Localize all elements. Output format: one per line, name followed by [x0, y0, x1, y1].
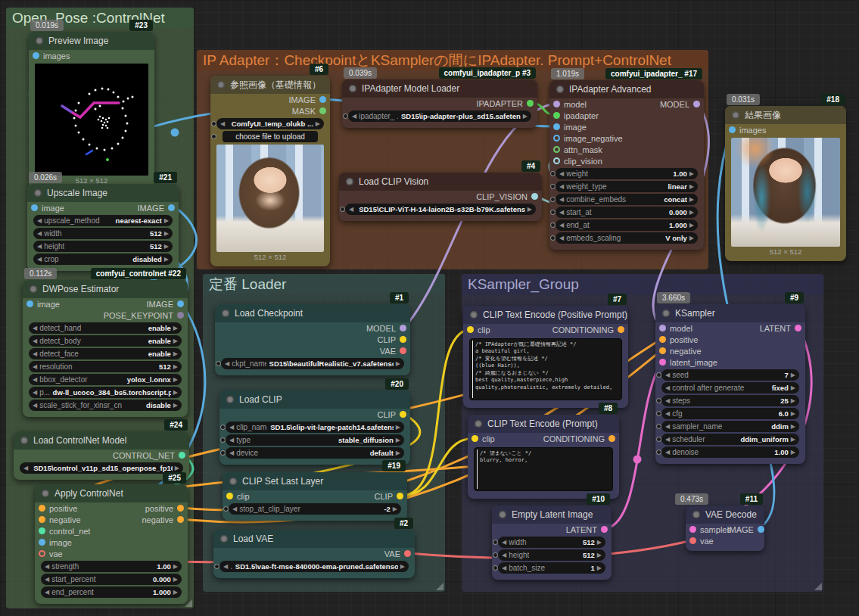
slot-CONDITIONING-output[interactable]: [608, 435, 615, 442]
slot-ipadapter-input[interactable]: [553, 112, 560, 119]
node-titlebar[interactable]: Load Checkpoint: [215, 304, 410, 322]
decrement-arrow-icon[interactable]: [665, 372, 670, 378]
widget-control after generate[interactable]: control after generatefixed: [661, 382, 799, 394]
slot-clip-input[interactable]: [472, 435, 478, 442]
slot-attn_mask-input[interactable]: [553, 146, 560, 153]
node-titlebar[interactable]: CLIP Text Encode (Prompt): [468, 415, 619, 433]
collapse-dot-icon[interactable]: [222, 310, 229, 317]
decrement-arrow-icon[interactable]: [229, 450, 234, 456]
widget-weight_type[interactable]: weight_typelinear: [556, 181, 698, 192]
decrement-arrow-icon[interactable]: [37, 218, 42, 224]
widget-device[interactable]: devicedefault: [226, 447, 404, 459]
slot-IMAGE-output[interactable]: [319, 96, 326, 103]
widget-input-pin[interactable]: [550, 184, 556, 189]
collapse-dot-icon[interactable]: [346, 178, 353, 185]
decrement-arrow-icon[interactable]: [33, 338, 37, 344]
node-empty-latent-image[interactable]: #10 Empty Latent Image LATENT width512he…: [492, 506, 612, 580]
node-titlebar[interactable]: VAE Decode: [686, 506, 764, 524]
slot-IMAGE-output[interactable]: [168, 204, 175, 211]
widget-input-pin[interactable]: [656, 372, 661, 378]
node-upscale-image[interactable]: 0.026s #21 Upscale Image imageIMAGE upsc…: [27, 184, 179, 271]
group-title-ksampler[interactable]: KSampler_Group: [462, 274, 823, 294]
increment-arrow-icon[interactable]: [393, 506, 397, 512]
group-resize-handle[interactable]: [436, 583, 444, 590]
slot-positive-input[interactable]: [39, 505, 45, 512]
slot-positive-input[interactable]: [659, 336, 666, 343]
widget-clip_name[interactable]: clip_nameSD1.5\clip-vit-large-patch14.sa…: [226, 422, 404, 433]
increment-arrow-icon[interactable]: [597, 552, 602, 558]
decrement-arrow-icon[interactable]: [225, 361, 229, 367]
widget-start_at[interactable]: start_at0.000: [556, 207, 698, 218]
slot-VAE-output[interactable]: [404, 550, 411, 557]
decrement-arrow-icon[interactable]: [665, 450, 670, 456]
collapse-dot-icon[interactable]: [34, 189, 42, 197]
node-titlebar[interactable]: Apply ControlNet: [35, 484, 188, 502]
decrement-arrow-icon[interactable]: [502, 552, 506, 558]
node-dwpose-estimator[interactable]: 0.112s comfyui_controlnet #22 DWPose Est…: [23, 280, 188, 417]
group-resize-handle[interactable]: [814, 583, 822, 590]
slot-LATENT-output[interactable]: [795, 325, 801, 331]
node-result-image[interactable]: 0.031s #18 結果画像 images 512 × 512: [725, 106, 846, 261]
node-titlebar[interactable]: Empty Latent Image: [492, 506, 612, 524]
decrement-arrow-icon[interactable]: [37, 244, 42, 250]
node-titlebar[interactable]: Load VAE: [213, 530, 415, 548]
widget-input-pin[interactable]: [550, 171, 556, 176]
increment-arrow-icon[interactable]: [689, 171, 694, 177]
widget-upscale_method[interactable]: upscale_methodnearest-exact: [33, 215, 173, 226]
increment-arrow-icon[interactable]: [791, 372, 795, 378]
decrement-arrow-icon[interactable]: [45, 564, 49, 570]
widget-bbox_detector[interactable]: bbox_detectoryolox_l.onnx: [29, 374, 182, 385]
decrement-arrow-icon[interactable]: [665, 385, 670, 391]
decrement-arrow-icon[interactable]: [23, 465, 28, 471]
node-titlebar[interactable]: IPAdapter Model Loader: [342, 79, 537, 98]
widget-height[interactable]: height512: [33, 241, 173, 252]
node-load-vae[interactable]: #2 Load VAE VAE .SD1.5\vae-ft-mse-840000…: [213, 530, 415, 578]
node-vae-decode[interactable]: 0.473s #11 VAE Decode samplesIMAGEvae: [686, 506, 764, 551]
widget-stop_at_clip_layer[interactable]: stop_at_clip_layer-2: [229, 503, 401, 515]
slot-image-input[interactable]: [31, 204, 38, 211]
slot-CLIP-output[interactable]: [400, 411, 406, 418]
decrement-arrow-icon[interactable]: [559, 235, 564, 241]
widget-input-pin[interactable]: [211, 121, 216, 126]
widget-p...[interactable]: p...dw-ll_ucoco_384_bs5.torchscript.pt: [29, 387, 182, 398]
slot-latent_image-input[interactable]: [659, 359, 666, 366]
decrement-arrow-icon[interactable]: [665, 437, 670, 443]
decrement-arrow-icon[interactable]: [665, 398, 670, 404]
slot-clip-input[interactable]: [467, 326, 474, 333]
node-titlebar[interactable]: Load CLIP Vision: [339, 173, 542, 191]
widget-sampler_name[interactable]: sampler_nameddim: [661, 421, 799, 432]
increment-arrow-icon[interactable]: [396, 361, 400, 367]
slot-images-input[interactable]: [729, 126, 736, 133]
widget-input-pin[interactable]: [550, 197, 556, 202]
slot-image_negative-input[interactable]: [553, 135, 560, 142]
decrement-arrow-icon[interactable]: [33, 403, 37, 409]
slot-negative-input[interactable]: [39, 516, 45, 523]
collapse-dot-icon[interactable]: [220, 535, 228, 543]
widget-input-pin[interactable]: [343, 114, 348, 119]
slot-MODEL-output[interactable]: [693, 101, 700, 107]
collapse-dot-icon[interactable]: [226, 396, 234, 403]
widget-embeds_scaling[interactable]: embeds_scalingV only: [556, 232, 698, 244]
decrement-arrow-icon[interactable]: [45, 590, 49, 596]
slot-clip-input[interactable]: [226, 493, 233, 499]
widget-denoise[interactable]: denoise1.00: [661, 446, 799, 458]
widget-input-pin[interactable]: [493, 540, 498, 545]
widget-width[interactable]: width512: [33, 228, 173, 239]
collapse-dot-icon[interactable]: [692, 511, 700, 518]
increment-arrow-icon[interactable]: [791, 385, 795, 391]
widget-input-pin[interactable]: [223, 506, 229, 512]
upload-file-button[interactable]: choose file to upload: [223, 131, 318, 142]
widget-cfg[interactable]: cfg6.0: [661, 408, 799, 419]
widget-input-pin[interactable]: [656, 437, 661, 442]
widget-input-pin[interactable]: [493, 565, 498, 571]
widget-detect_body[interactable]: detect_bodyenable: [29, 335, 182, 347]
widget-height[interactable]: height512: [498, 549, 605, 561]
node-titlebar[interactable]: 参照画像（基礎情報）: [210, 76, 330, 94]
increment-arrow-icon[interactable]: [173, 590, 178, 596]
node-ipadapter-model-loader[interactable]: 0.039s comfyui_ipadapter_p #3 IPAdapter …: [342, 79, 537, 128]
widget-value[interactable]: SD15\control_v11p_sd15_openpose_fp16.s..…: [20, 462, 183, 474]
slot-CLIP-output[interactable]: [400, 336, 406, 343]
decrement-arrow-icon[interactable]: [349, 207, 353, 213]
decrement-arrow-icon[interactable]: [33, 377, 37, 383]
node-titlebar[interactable]: DWPose Estimator: [23, 280, 188, 298]
